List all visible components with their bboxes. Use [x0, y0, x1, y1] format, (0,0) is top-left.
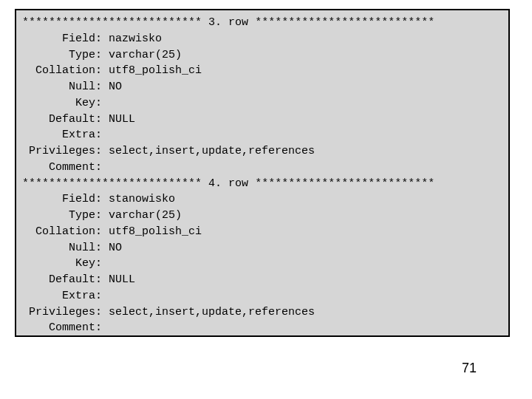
label-privileges: Privileges [22, 304, 95, 321]
label-key: Key [22, 256, 95, 272]
label-collation: Collation [22, 63, 95, 79]
kv-null: Null: NO [22, 240, 502, 256]
label-field: Field [22, 191, 95, 208]
value-null: NO [109, 242, 122, 254]
kv-default: Default: NULL [22, 112, 502, 128]
kv-extra: Extra: [22, 127, 502, 143]
value-privileges: select,insert,update,references [109, 145, 315, 157]
row-separator: *************************** 4. row *****… [22, 176, 502, 192]
label-default: Default [22, 112, 95, 128]
label-privileges: Privileges [22, 143, 95, 160]
kv-default: Default: NULL [22, 272, 502, 288]
kv-key: Key: [22, 256, 502, 272]
label-type: Type [22, 47, 95, 64]
label-comment: Comment [22, 160, 95, 176]
value-field: stanowisko [109, 193, 175, 205]
kv-privileges: Privileges: select,insert,update,referen… [22, 304, 502, 321]
label-default: Default [22, 272, 95, 288]
page-number: 71 [462, 358, 477, 378]
value-default: NULL [109, 273, 135, 286]
value-null: NO [109, 81, 122, 93]
kv-comment: Comment: [22, 320, 502, 336]
label-comment: Comment [22, 320, 95, 336]
label-collation: Collation [22, 224, 95, 240]
label-extra: Extra [22, 288, 95, 304]
kv-collation: Collation: utf8_polish_ci [22, 224, 502, 240]
value-collation: utf8_polish_ci [109, 64, 202, 77]
row-separator: *************************** 3. row *****… [22, 15, 502, 31]
value-type: varchar(25) [109, 209, 182, 222]
label-key: Key [22, 95, 95, 112]
value-privileges: select,insert,update,references [109, 306, 315, 318]
kv-privileges: Privileges: select,insert,update,referen… [22, 143, 502, 160]
label-extra: Extra [22, 127, 95, 143]
value-type: varchar(25) [109, 49, 182, 61]
value-default: NULL [109, 113, 135, 126]
label-null: Null [22, 240, 95, 256]
kv-field: Field: stanowisko [22, 191, 502, 208]
kv-type: Type: varchar(25) [22, 208, 502, 224]
kv-null: Null: NO [22, 79, 502, 95]
kv-key: Key: [22, 95, 502, 112]
value-collation: utf8_polish_ci [109, 225, 202, 238]
kv-collation: Collation: utf8_polish_ci [22, 63, 502, 79]
kv-comment: Comment: [22, 160, 502, 176]
kv-type: Type: varchar(25) [22, 47, 502, 64]
label-null: Null [22, 79, 95, 95]
kv-field: Field: nazwisko [22, 31, 502, 47]
label-type: Type [22, 208, 95, 224]
label-field: Field [22, 31, 95, 47]
terminal-output: *************************** 3. row *****… [15, 9, 510, 337]
kv-extra: Extra: [22, 288, 502, 304]
value-field: nazwisko [109, 33, 162, 45]
